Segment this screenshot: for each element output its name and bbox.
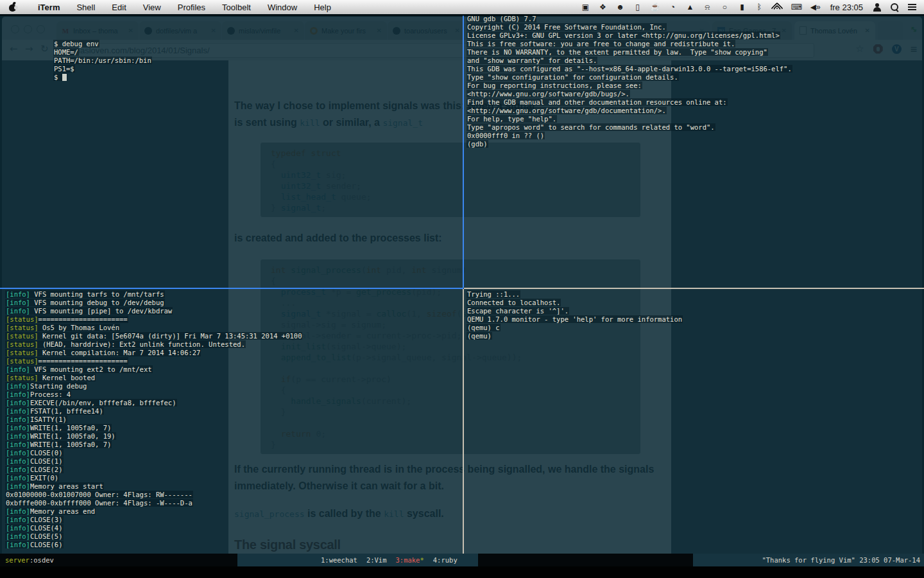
log-text: FSTAT(1, bfffee14) [30,407,103,415]
menu-profiles[interactable]: Profiles [178,3,205,12]
qemu-line: Escape character is '^]'. [466,307,683,315]
log-tag-info: [info] [6,307,30,315]
log-text: CLOSE(5) [30,532,63,540]
keyboard-icon[interactable]: ⌨ [791,2,801,12]
log-tag-info: [info] [6,524,30,532]
gdb-line: Copyright (C) 2014 Free Software Foundat… [466,23,792,31]
log-line: [info]Process: 4 [5,390,302,399]
log-text: Kernel booted [38,374,96,381]
pane-divider-horizontal-active[interactable] [0,288,463,289]
gdb-line: 0x0000fff0 in ?? () [466,132,792,140]
spotlight-icon[interactable] [890,2,899,12]
log-tag-info: [info] [6,365,30,373]
log-tag-status: [status] [6,315,38,323]
gdb-line: Type "apropos word" to search for comman… [466,123,792,132]
screen: iTermShellEditViewProfilesToolbeltWindow… [0,0,924,578]
log-text: VFS mounting [pipe] to /dev/kbdraw [30,307,172,315]
notifications-icon[interactable]: ⍾ [703,2,712,12]
log-line: [info]Memory areas start [5,482,302,491]
log-line: [status] Kernel booted [5,374,302,382]
gdb-pane[interactable]: GNU gdb (GDB) 7.7Copyright (C) 2014 Free… [466,15,792,148]
log-line: [info]Memory areas end [5,507,302,516]
qemu-monitor-pane[interactable]: Trying ::1...Connected to localhost.Esca… [466,290,683,340]
log-line: 0x01000000-0x01007000 Owner: 4Flags: RW-… [5,491,302,499]
dropbox-icon[interactable]: ❖ [598,2,607,12]
notification-center-icon[interactable] [907,2,916,12]
display-icon[interactable]: ▯ [633,2,642,12]
pane-divider-vertical[interactable] [463,289,464,554]
qemu-line: (qemu) c [466,324,683,332]
caffeine-icon[interactable]: ☕ [650,2,660,12]
log-tag-info: [info] [6,541,30,548]
log-text: Memory areas end [30,507,95,515]
screen-window-label: 1:weechat [321,556,357,564]
messages-icon[interactable]: ○ [720,2,729,12]
screen-status-bar: server:osdev 1:weechat2:Vim3:make*4:ruby… [0,554,924,566]
volume-icon[interactable]: ◀» [810,2,821,12]
log-tag-status: [status] [6,357,38,365]
log-tag-info: [info] [6,516,30,523]
log-tag-info: [info] [6,407,30,415]
log-line: [info]CLOSE(6) [5,541,302,549]
log-line: [info]ISATTY(1) [5,416,302,424]
menu-view[interactable]: View [143,3,161,12]
screen-window-flag: * [420,556,424,564]
log-tag-info: [info] [6,416,30,423]
log-tag-info: [info] [6,507,30,515]
screen-window-label: 2:Vim [366,556,387,564]
screen-window-4-ruby[interactable]: 4:ruby [433,554,458,566]
screen-session: server:osdev [5,554,54,566]
log-text: Kernel compilation: Mar 7 2014 14:06:27 [38,349,201,356]
kernel-log-pane[interactable]: [info] VFS mounting tarfs to /mnt/tarfs[… [5,290,302,549]
timer-icon[interactable]: ◔ [668,2,677,12]
log-line: [status]====================== [5,357,302,365]
menu-iterm[interactable]: iTerm [38,3,60,12]
gdb-line: For help, type "help". [466,115,792,123]
log-text: Memory areas start [30,482,103,490]
log-line: [status]====================== [5,315,302,324]
log-text: VFS mounting ext2 to /mnt/ext [30,365,152,373]
apple-menu-icon[interactable] [9,3,17,12]
google-drive-icon[interactable]: ▲ [685,2,694,12]
log-tag-info: [info] [6,474,30,482]
pane-divider-vertical-active[interactable] [463,15,464,288]
log-text: CLOSE(4) [30,524,63,532]
menu-edit[interactable]: Edit [112,3,126,12]
user-icon[interactable] [873,2,882,12]
log-tag-status: [status] [6,374,38,381]
log-text: Kernel git data: [5e6074a (dirty)] Fri M… [38,332,302,340]
menu-bar-clock[interactable]: fre 23:05 [830,3,863,12]
menu-toolbelt[interactable]: Toolbelt [222,3,251,12]
window-manager-icon[interactable]: ▣ [581,2,590,12]
log-tag-info: [info] [6,390,30,398]
log-tag-info: [info] [6,441,30,448]
screen-window-1-weechat[interactable]: 1:weechat [321,554,357,566]
log-text: CLOSE(2) [30,466,63,473]
qemu-line: QEMU 1.7.0 monitor - type 'help' for mor… [466,315,683,324]
screen-window-3-make[interactable]: 3:make* [396,554,424,566]
gdb-line: <http://www.gnu.org/software/gdb/documen… [466,107,792,115]
menu-bar: iTermShellEditViewProfilesToolbeltWindow… [0,0,924,14]
screen-window-2-Vim[interactable]: 2:Vim [366,554,387,566]
shell-pane[interactable]: $ debug envHOME=/PATH=/bin:/usr/sbin:/bi… [53,40,152,82]
log-tag-info: [info] [6,532,30,540]
log-text: ISATTY(1) [30,416,67,423]
log-text: WRITE(1, 1005fa0, 7) [30,441,111,448]
menu-window[interactable]: Window [268,3,297,12]
pane-divider-horizontal[interactable] [464,288,924,289]
log-text: CLOSE(1) [30,457,63,465]
gdb-line: Type "show configuration" for configurat… [466,73,792,82]
log-line: [info]WRITE(1, 1005fa0, 7) [5,441,302,449]
log-text: WRITE(1, 1005fa0, 7) [30,424,111,432]
app-face-icon[interactable]: ☻ [615,2,624,12]
menu-shell[interactable]: Shell [76,3,95,12]
iterm-window: $ debug envHOME=/PATH=/bin:/usr/sbin:/bi… [0,14,924,578]
log-tag-info: [info] [6,399,30,407]
wifi-icon[interactable] [772,2,782,12]
screen-session-value: :osdev [30,556,54,564]
battery-icon[interactable]: ▮ [737,2,746,12]
menu-bar-shadow [0,14,924,16]
bluetooth-icon[interactable]: ᛒ [755,2,764,12]
menu-help[interactable]: Help [314,3,331,12]
log-line: [info]CLOSE(1) [5,457,302,466]
